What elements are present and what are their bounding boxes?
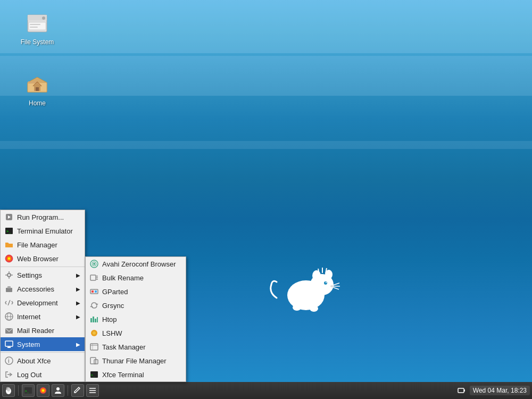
svg-rect-5 <box>30 24 40 25</box>
svg-line-17 <box>333 283 339 285</box>
menu-mailreader[interactable]: Mail Reader <box>1 323 85 337</box>
taskbar-lines-button[interactable] <box>86 384 99 397</box>
filesystem-icon[interactable]: File System <box>13 11 61 46</box>
taskbar-sep-1 <box>18 385 19 396</box>
svg-rect-63 <box>97 317 98 322</box>
menu-internet[interactable]: Internet ▶ <box>1 310 85 323</box>
svg-rect-6 <box>30 27 38 28</box>
svg-point-31 <box>8 257 10 260</box>
menu-system[interactable]: System ▶ <box>1 337 85 351</box>
taskbar-right: Wed 04 Mar, 18:23 <box>457 386 530 395</box>
power-icon <box>457 386 466 395</box>
menu-run[interactable]: Run Program... <box>1 210 85 224</box>
svg-rect-9 <box>36 87 39 91</box>
submenu-grsync[interactable]: Grsync <box>86 298 186 312</box>
svg-rect-86 <box>464 389 465 392</box>
taskbar-sep-2 <box>68 385 68 396</box>
menu-aboutxfce[interactable]: i About Xfce <box>1 354 85 368</box>
svg-point-80 <box>56 387 60 390</box>
taskbar-pencil-button[interactable] <box>71 384 84 397</box>
svg-rect-62 <box>95 319 96 322</box>
svg-point-20 <box>293 304 301 311</box>
svg-rect-59 <box>95 290 97 293</box>
svg-rect-66 <box>90 344 98 350</box>
submenu-taskmanager[interactable]: Task Manager <box>86 340 186 354</box>
svg-text:>_: >_ <box>91 373 95 377</box>
svg-point-79 <box>42 389 44 392</box>
svg-text:i: i <box>8 358 10 364</box>
taskbar-terminal-button[interactable]: >_ <box>22 384 35 397</box>
svg-rect-38 <box>7 286 11 288</box>
home-icon[interactable]: Home <box>13 72 61 107</box>
submenu-xfce-terminal[interactable]: >_ Xfce Terminal <box>86 368 186 381</box>
submenu-gparted[interactable]: GParted <box>86 285 186 298</box>
app-menu-button[interactable] <box>2 384 15 397</box>
submenu-lshw[interactable]: LSHW <box>86 326 186 340</box>
menu-filemanager[interactable]: File Manager <box>1 238 85 252</box>
svg-point-15 <box>326 282 327 283</box>
filesystem-label: File System <box>21 38 54 46</box>
svg-line-19 <box>333 287 339 289</box>
svg-point-4 <box>42 16 45 20</box>
svg-rect-44 <box>5 341 13 346</box>
svg-rect-3 <box>29 22 46 30</box>
svg-rect-37 <box>6 288 12 292</box>
svg-line-39 <box>8 300 10 305</box>
menu-logout[interactable]: Log Out <box>1 368 85 381</box>
svg-point-14 <box>324 281 327 285</box>
svg-rect-53 <box>90 275 96 280</box>
mouse-mascot <box>266 261 340 314</box>
svg-rect-69 <box>90 358 96 364</box>
svg-rect-58 <box>92 290 94 293</box>
taskbar-firefox-button[interactable] <box>37 384 49 397</box>
app-menu: Run Program... >_ Terminal Emulator File… <box>0 210 85 382</box>
svg-point-52 <box>93 263 95 265</box>
taskbar-clock: Wed 04 Mar, 18:23 <box>470 386 530 395</box>
svg-point-12 <box>312 270 321 281</box>
submenu-thunar[interactable]: Thunar File Manager <box>86 354 186 368</box>
svg-text:>_: >_ <box>25 389 29 393</box>
menu-webbrowser[interactable]: Web Browser <box>1 252 85 265</box>
menu-development[interactable]: Development ▶ <box>1 296 85 310</box>
menu-settings[interactable]: Settings ▶ <box>1 268 85 282</box>
home-label: Home <box>29 99 46 107</box>
svg-rect-61 <box>93 317 94 322</box>
submenu-htop[interactable]: Htop <box>86 312 186 326</box>
svg-point-21 <box>310 305 318 312</box>
submenu-bulk-rename[interactable]: Bulk Rename <box>86 271 186 285</box>
svg-rect-85 <box>458 388 464 393</box>
svg-point-32 <box>7 273 11 277</box>
taskbar-user-button[interactable] <box>52 384 64 397</box>
system-submenu: Avahi Zeroconf Browser Bulk Rename GPart… <box>85 256 186 382</box>
submenu-avahi[interactable]: Avahi Zeroconf Browser <box>86 257 186 271</box>
svg-point-65 <box>93 331 96 335</box>
svg-rect-60 <box>90 318 92 322</box>
svg-text:>_: >_ <box>6 229 11 234</box>
taskbar-left: >_ <box>2 384 99 397</box>
menu-accessories[interactable]: Accessories ▶ <box>1 282 85 296</box>
taskbar: >_ Wed 04 Mar, 18:23 <box>0 382 532 399</box>
menu-terminal[interactable]: >_ Terminal Emulator <box>1 224 85 238</box>
